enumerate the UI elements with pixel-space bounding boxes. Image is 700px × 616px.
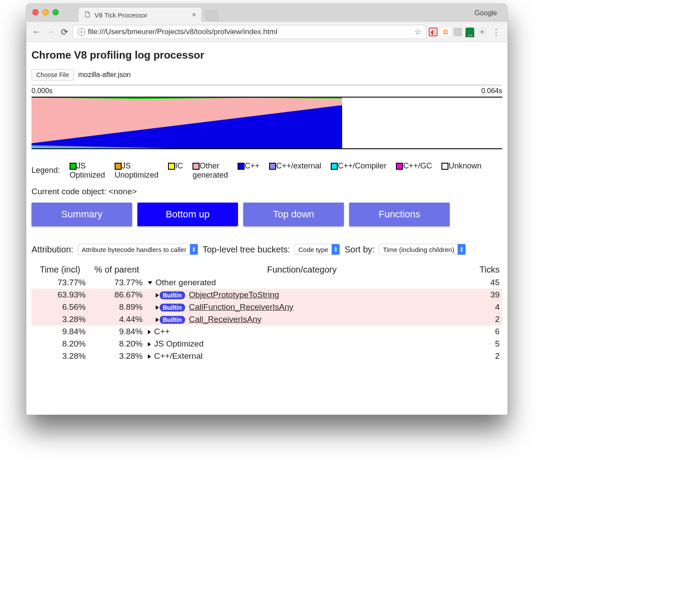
col-ticks: Ticks xyxy=(458,263,502,276)
choose-file-button[interactable]: Choose File xyxy=(32,69,74,80)
tab-top-down[interactable]: Top down xyxy=(243,203,344,226)
ext-tools-icon[interactable]: ✦ xyxy=(478,28,486,36)
file-icon xyxy=(84,11,91,19)
close-tab-icon[interactable]: × xyxy=(192,11,196,19)
timeline-chart[interactable] xyxy=(32,97,502,149)
minimize-window-button[interactable] xyxy=(42,9,49,15)
bookmark-star-icon[interactable]: ☆ xyxy=(414,27,421,37)
cell-time: 3.28% xyxy=(32,313,88,326)
disclosure-right-icon[interactable] xyxy=(156,293,159,298)
legend-text: C++/external xyxy=(276,161,321,171)
function-link[interactable]: Call_ReceiverIsAny xyxy=(189,315,262,324)
cell-parent: 8.20% xyxy=(88,338,145,350)
cell-parent: 8.89% xyxy=(88,301,145,313)
disclosure-right-icon[interactable] xyxy=(148,342,151,346)
legend-item: C++/external xyxy=(269,161,321,171)
close-window-button[interactable] xyxy=(32,9,38,15)
disclosure-right-icon[interactable] xyxy=(148,330,151,334)
ext-gray-icon[interactable] xyxy=(453,28,462,36)
cell-parent: 73.77% xyxy=(88,276,145,289)
tab-functions[interactable]: Functions xyxy=(349,203,450,226)
legend-item: C++/Compiler xyxy=(331,161,386,171)
table-row[interactable]: 3.28%4.44%Builtin Call_ReceiverIsAny2 xyxy=(32,313,502,326)
ext-orange-icon[interactable]: Ω xyxy=(441,28,450,36)
timeline-section: 0.000s 0.064s xyxy=(32,85,502,149)
sort-value: Time (including children) xyxy=(379,246,458,253)
table-row[interactable]: 8.20%8.20% JS Optimized5 xyxy=(32,338,502,350)
cell-time: 63.93% xyxy=(32,289,88,301)
sort-select[interactable]: Time (including children) ▲▼ xyxy=(379,244,466,255)
cell-function: Other generated xyxy=(145,276,458,289)
maximize-window-button[interactable] xyxy=(52,9,59,15)
legend-text: Unoptimized xyxy=(115,171,158,180)
chevron-updown-icon: ▲▼ xyxy=(458,244,466,255)
address-bar[interactable]: i file:///Users/bmeurer/Projects/v8/tool… xyxy=(73,25,426,39)
view-tabs: SummaryBottom upTop downFunctions xyxy=(32,203,502,226)
legend-item: C++ xyxy=(238,161,259,171)
cell-ticks: 6 xyxy=(458,326,502,338)
disclosure-right-icon[interactable] xyxy=(156,305,159,310)
cell-time: 9.84% xyxy=(32,326,88,338)
cell-ticks: 2 xyxy=(458,313,502,326)
forward-button[interactable]: → xyxy=(45,26,56,38)
new-tab-button[interactable] xyxy=(204,10,220,21)
legend-item: Othergenerated xyxy=(192,161,228,180)
cell-function: JS Optimized xyxy=(145,338,458,350)
legend-text: Other xyxy=(200,161,219,171)
window-controls xyxy=(32,9,59,15)
cell-function: Builtin ObjectPrototypeToString xyxy=(145,289,458,301)
tab-summary[interactable]: Summary xyxy=(32,203,132,226)
legend-item: IC xyxy=(168,161,183,171)
col-time-incl: Time (incl) xyxy=(32,263,88,276)
builtin-badge: Builtin xyxy=(160,316,185,324)
browser-tab[interactable]: V8 Tick Processor × xyxy=(79,8,201,22)
table-row[interactable]: 9.84%9.84% C++6 xyxy=(32,326,502,338)
legend-swatch xyxy=(238,163,245,170)
legend-text: Optimized xyxy=(70,171,105,180)
cell-function: C++ xyxy=(145,326,458,338)
chevron-updown-icon: ▲▼ xyxy=(190,244,198,255)
tab-bottom-up[interactable]: Bottom up xyxy=(137,203,238,226)
time-end-label: 0.064s xyxy=(481,87,502,95)
cell-ticks: 4 xyxy=(458,301,502,313)
site-info-icon[interactable]: i xyxy=(77,28,85,36)
legend-item: Unknown xyxy=(441,161,481,171)
ublock-icon[interactable]: ◐ xyxy=(429,28,438,36)
legend-text: generated xyxy=(192,171,228,180)
attribution-select[interactable]: Attribute bytecode handlers to caller ▲▼ xyxy=(78,244,198,255)
cell-ticks: 39 xyxy=(458,289,502,301)
table-row[interactable]: 3.28%3.28% C++/External2 xyxy=(32,350,502,362)
buckets-label: Top-level tree buckets: xyxy=(203,245,290,255)
legend-text: C++ xyxy=(245,161,259,171)
ext-green-icon[interactable]: 11h xyxy=(466,28,474,36)
page-title: Chrome V8 profiling log processor xyxy=(32,49,502,61)
profile-label[interactable]: Google xyxy=(474,9,497,17)
disclosure-right-icon[interactable] xyxy=(148,354,151,359)
legend-swatch xyxy=(269,163,276,170)
cell-parent: 4.44% xyxy=(88,313,145,326)
function-link[interactable]: ObjectPrototypeToString xyxy=(189,290,279,299)
current-code-object: Current code object: <none> xyxy=(32,187,502,196)
table-row[interactable]: 63.93%86.67%Builtin ObjectPrototypeToStr… xyxy=(32,289,502,301)
buckets-select[interactable]: Code type ▲▼ xyxy=(294,244,340,255)
col-function: Function/category xyxy=(145,263,458,276)
cell-time: 73.77% xyxy=(32,276,88,289)
back-button[interactable]: ← xyxy=(31,26,42,38)
table-row[interactable]: 6.56%8.89%Builtin CallFunction_ReceiverI… xyxy=(32,301,502,313)
table-row[interactable]: 73.77%73.77% Other generated45 xyxy=(32,276,502,289)
legend-item: C++/GC xyxy=(396,161,432,171)
chrome-menu-icon[interactable]: ⋮ xyxy=(489,27,503,37)
cell-function: Builtin Call_ReceiverIsAny xyxy=(145,313,458,326)
reload-button[interactable]: ⟳ xyxy=(59,26,70,38)
browser-window: V8 Tick Processor × Google ← → ⟳ i file:… xyxy=(26,4,508,415)
legend-item: JSUnoptimized xyxy=(115,161,158,180)
function-link[interactable]: CallFunction_ReceiverIsAny xyxy=(189,302,294,312)
profile-table: Time (incl) % of parent Function/categor… xyxy=(32,263,502,362)
disclosure-right-icon[interactable] xyxy=(156,318,159,322)
extensions: ◐ Ω 11h ✦ xyxy=(429,28,486,36)
cell-parent: 86.67% xyxy=(88,289,145,301)
builtin-badge: Builtin xyxy=(160,291,185,299)
disclosure-down-icon[interactable] xyxy=(148,281,152,284)
legend-text: Unknown xyxy=(448,161,481,171)
cell-parent: 3.28% xyxy=(88,350,145,362)
